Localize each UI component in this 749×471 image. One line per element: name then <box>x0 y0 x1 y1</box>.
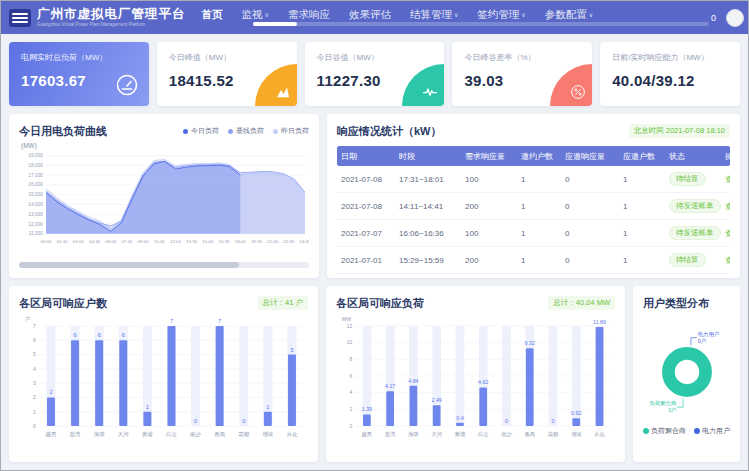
table-cell: 15:29~15:59 <box>395 256 461 265</box>
svg-text:10:30: 10:30 <box>154 239 166 244</box>
load-curve-panel: 今日用电负荷曲线 今日负荷基线负荷昨日负荷 (MW) 11,00012,0001… <box>9 114 319 278</box>
kpi-accent-shape <box>402 64 444 106</box>
svg-text:22:30: 22:30 <box>283 239 295 244</box>
nav-item-demand-response[interactable]: 需求响应 <box>288 8 330 22</box>
district-load-chart: 024681012MW1.39越秀4.17荔湾4.84海珠2.49天河0.4黄埔… <box>336 314 615 450</box>
column-header: 时段 <box>395 151 461 162</box>
legend-item[interactable]: 昨日负荷 <box>273 126 309 136</box>
app-logo: 广州市虚拟电厂管理平台 Guangzhou Virtual Power Plan… <box>9 8 186 27</box>
beijing-time-badge: 北京时间 2021-07-08 18:10 <box>629 124 730 138</box>
column-header: 日期 <box>337 151 395 162</box>
status-badge: 待发送账单 <box>669 199 721 213</box>
kpi-label: 今日谷值（MW） <box>317 52 433 63</box>
svg-text:6: 6 <box>122 332 125 338</box>
svg-text:06:00: 06:00 <box>105 239 117 244</box>
svg-text:白云: 白云 <box>166 431 177 438</box>
nav-item-settlement[interactable]: 结算管理∨ <box>410 8 458 22</box>
table-cell: 200 <box>461 202 517 211</box>
svg-text:白云: 白云 <box>478 431 489 438</box>
nav-item-effect-evaluation[interactable]: 效果评估 <box>349 8 391 22</box>
table-cell: 2021-07-08 <box>337 202 395 211</box>
logo-icon <box>9 9 31 27</box>
status-cell: 待结算 <box>665 172 721 186</box>
kpi-label: 日前/实时响应能力（MW） <box>612 52 728 63</box>
svg-text:18,000: 18,000 <box>28 163 43 168</box>
nav-item-contract[interactable]: 签约管理∨ <box>477 8 525 22</box>
svg-text:户: 户 <box>25 316 30 322</box>
legend-item[interactable]: 基线负荷 <box>228 126 264 136</box>
svg-text:5: 5 <box>33 351 36 357</box>
status-badge: 待发送账单 <box>669 226 721 240</box>
load-curve-chart: 11,00012,00013,00014,00015,00016,00017,0… <box>19 150 309 258</box>
status-badge: 待结算 <box>669 172 706 186</box>
legend-item[interactable]: 今日负荷 <box>183 126 219 136</box>
status-cell: 待结算 <box>665 253 721 267</box>
table-cell: 16:06~16:36 <box>395 229 461 238</box>
svg-text:荔湾: 荔湾 <box>385 431 396 438</box>
view-link[interactable]: 查看 <box>721 228 730 239</box>
user-avatar[interactable] <box>726 9 744 27</box>
user-type-donut-chart: 电力用户0户负荷聚合商3户 <box>643 316 730 424</box>
svg-text:南沙: 南沙 <box>501 431 512 437</box>
kpi-label: 今日峰谷差率（%） <box>464 52 580 63</box>
svg-text:1.39: 1.39 <box>362 406 372 412</box>
svg-text:4.17: 4.17 <box>385 383 395 389</box>
legend-label: 昨日负荷 <box>281 126 309 136</box>
table-cell: 1 <box>517 202 561 211</box>
svg-text:04:30: 04:30 <box>89 239 101 244</box>
nav-item-home[interactable]: 首页 <box>202 8 223 22</box>
svg-text:4.84: 4.84 <box>408 378 418 384</box>
view-link[interactable]: 查看 <box>721 201 730 212</box>
svg-text:14,000: 14,000 <box>28 202 43 207</box>
svg-text:6: 6 <box>98 332 101 338</box>
svg-text:番禺: 番禺 <box>524 431 535 438</box>
svg-text:0: 0 <box>350 423 353 429</box>
svg-text:9.32: 9.32 <box>525 340 535 346</box>
table-cell: 1 <box>619 175 665 184</box>
table-cell: 0 <box>561 175 619 184</box>
chart-scrollbar[interactable] <box>19 262 309 268</box>
view-link[interactable]: 查看 <box>721 174 730 185</box>
table-cell: 14:11~14:41 <box>395 202 461 211</box>
svg-text:12,000: 12,000 <box>28 222 43 227</box>
legend-item[interactable]: 负荷聚合商 <box>643 426 686 436</box>
svg-text:番禺: 番禺 <box>214 431 225 438</box>
table-cell: 0 <box>561 202 619 211</box>
kpi-cards-row: 电网实时总负荷（MW）17603.67今日峰值（MW）18415.52今日谷值（… <box>9 42 740 106</box>
svg-text:4.62: 4.62 <box>478 379 488 385</box>
legend-item[interactable]: 电力用户 <box>694 426 730 436</box>
nav-item-parameters[interactable]: 参数配置∨ <box>545 8 593 22</box>
svg-text:2: 2 <box>49 389 52 395</box>
kpi-card-4: 日前/实时响应能力（MW）40.04/39.12 <box>600 42 740 106</box>
svg-text:24:00: 24:00 <box>299 239 309 244</box>
svg-text:19:30: 19:30 <box>251 239 263 244</box>
kpi-label: 今日峰值（MW） <box>169 52 285 63</box>
chart-legend: 今日负荷基线负荷昨日负荷 <box>183 126 309 136</box>
svg-text:11,000: 11,000 <box>29 232 44 237</box>
svg-text:7: 7 <box>170 318 173 324</box>
column-header: 需求响应量 <box>461 151 517 162</box>
district-load-panel: 各区局可响应负荷 总计：40.04 MW 024681012MW1.39越秀4.… <box>326 286 625 462</box>
svg-text:4: 4 <box>33 366 36 372</box>
notification-count[interactable]: 0 <box>711 13 716 23</box>
svg-text:12: 12 <box>347 323 353 329</box>
svg-text:16,000: 16,000 <box>28 183 43 188</box>
svg-text:0户: 0户 <box>698 338 706 344</box>
svg-text:负荷聚合商: 负荷聚合商 <box>649 400 676 406</box>
table-header-row: 日期时段需求响应量邀约户数应邀响应量应邀户数状态操作 <box>337 146 730 166</box>
nav-item-monitor[interactable]: 监视∨ <box>242 8 269 22</box>
legend-label: 基线负荷 <box>236 126 264 136</box>
scrollbar-thumb[interactable] <box>19 262 239 268</box>
nav-indicator-track <box>253 22 709 26</box>
svg-text:天河: 天河 <box>431 431 442 437</box>
svg-text:6: 6 <box>74 332 77 338</box>
district-users-chart: 01234567户2越秀6荔湾6海珠6天河1黄埔7白云0南沙7番禺0花都1增城5… <box>19 314 308 450</box>
svg-text:海珠: 海珠 <box>408 431 419 438</box>
column-header: 邀约户数 <box>517 151 561 162</box>
svg-text:6: 6 <box>33 337 36 343</box>
top-nav-bar: 广州市虚拟电厂管理平台 Guangzhou Virtual Power Plan… <box>1 1 748 34</box>
kpi-card-1: 今日峰值（MW）18415.52 <box>157 42 297 106</box>
view-link[interactable]: 查看 <box>721 255 730 266</box>
legend-label: 负荷聚合商 <box>651 426 686 436</box>
kpi-accent-shape <box>550 64 592 106</box>
